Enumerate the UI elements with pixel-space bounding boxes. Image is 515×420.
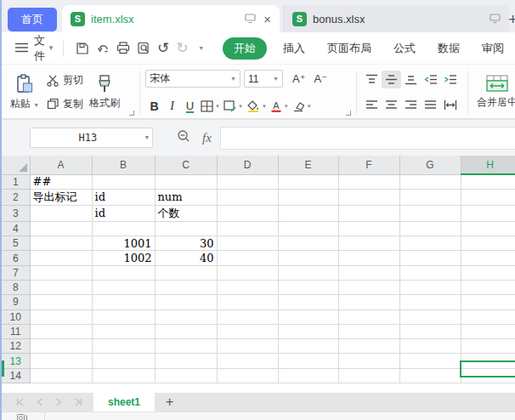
cell-H7[interactable] <box>461 265 515 280</box>
cell-A1[interactable]: ## <box>30 174 92 189</box>
row-header-4[interactable]: 4 <box>2 221 30 236</box>
cell-D3[interactable] <box>217 205 278 221</box>
cell-D9[interactable] <box>217 295 278 309</box>
cell-E7[interactable] <box>278 265 338 280</box>
cell-G3[interactable] <box>399 205 461 221</box>
sheet-tab-sheet1[interactable]: sheet1 <box>93 393 155 411</box>
cell-B7[interactable] <box>92 265 155 280</box>
column-header-H[interactable]: H <box>461 156 515 174</box>
cell-D5[interactable] <box>217 236 278 251</box>
cell-E11[interactable] <box>278 324 338 338</box>
cell-E2[interactable] <box>278 189 338 205</box>
formula-input[interactable] <box>220 127 515 150</box>
cell-A12[interactable] <box>30 339 92 354</box>
cell-A14[interactable] <box>30 368 92 383</box>
cell-A3[interactable] <box>30 205 92 221</box>
cell-D4[interactable] <box>217 221 278 236</box>
cell-H1[interactable] <box>461 174 515 189</box>
cell-G14[interactable] <box>399 368 461 383</box>
cell-C13[interactable] <box>155 354 217 368</box>
cell-H9[interactable] <box>461 295 515 309</box>
cell-H3[interactable] <box>461 205 515 221</box>
quick-access-more-button[interactable]: ▼ <box>195 39 207 58</box>
export-button[interactable] <box>96 39 110 58</box>
cell-G11[interactable] <box>399 324 461 338</box>
tab-bonus-xlsx[interactable]: S bonus.xlsx <box>283 5 509 32</box>
row-header-9[interactable]: 9 <box>2 295 30 309</box>
increase-indent-button[interactable] <box>440 71 460 88</box>
cell-A10[interactable] <box>30 309 92 324</box>
cell-F9[interactable] <box>338 295 399 309</box>
prev-sheet-icon[interactable] <box>37 398 43 406</box>
cell-H4[interactable] <box>461 221 515 236</box>
increase-font-button[interactable]: A⁺ <box>288 72 310 85</box>
cell-A8[interactable] <box>30 280 92 294</box>
cell-C8[interactable] <box>155 280 217 294</box>
shading-button[interactable]: ▼ <box>222 100 245 112</box>
fill-color-button[interactable]: ▼ <box>245 100 269 112</box>
cell-C14[interactable] <box>155 368 217 383</box>
ribbon-tab-insert[interactable]: 插入 <box>283 41 305 56</box>
row-header-5[interactable]: 5 <box>2 236 30 251</box>
row-header-10[interactable]: 10 <box>2 309 30 324</box>
merge-section[interactable]: 合并居中 <box>472 69 515 116</box>
cell-F3[interactable] <box>338 205 399 221</box>
column-header-C[interactable]: C <box>155 156 217 174</box>
cell-G12[interactable] <box>399 339 461 354</box>
cell-F7[interactable] <box>338 265 399 280</box>
column-header-F[interactable]: F <box>338 156 399 174</box>
cell-B10[interactable] <box>92 309 155 324</box>
cell-D2[interactable] <box>217 189 278 205</box>
cell-D6[interactable] <box>217 251 278 265</box>
cell-A11[interactable] <box>30 324 92 338</box>
cell-H5[interactable] <box>461 236 515 251</box>
format-painter-button[interactable]: 格式刷 <box>89 69 120 116</box>
cell-E1[interactable] <box>278 174 338 189</box>
cell-H2[interactable] <box>461 189 515 205</box>
valign-bottom-button[interactable] <box>401 71 421 88</box>
cell-F5[interactable] <box>338 236 399 251</box>
cell-B4[interactable] <box>92 221 155 236</box>
cut-button[interactable]: 剪切 <box>44 71 86 89</box>
monitor-icon[interactable] <box>245 14 256 24</box>
ribbon-tab-review[interactable]: 审阅 <box>482 41 504 56</box>
cell-D1[interactable] <box>217 174 278 189</box>
cell-A4[interactable] <box>30 221 92 236</box>
hamburger-icon[interactable] <box>15 41 28 56</box>
cell-G1[interactable] <box>399 174 461 189</box>
font-size-select[interactable]: 11 ▼ <box>244 70 283 88</box>
cell-D7[interactable] <box>217 265 278 280</box>
tab-item-xlsx[interactable]: S item.xlsx × <box>62 5 280 32</box>
font-color-button[interactable]: A ▼ <box>269 100 291 112</box>
undo-button[interactable]: ↺ <box>157 39 169 58</box>
cell-H11[interactable] <box>461 324 515 338</box>
cell-E13[interactable] <box>278 354 338 368</box>
cell-C1[interactable] <box>155 174 217 189</box>
last-sheet-icon[interactable] <box>74 398 82 406</box>
file-menu[interactable]: 文件 <box>34 33 45 64</box>
cell-G13[interactable] <box>399 354 461 368</box>
cell-B12[interactable] <box>92 339 155 354</box>
dialog-launcher[interactable] <box>129 111 134 116</box>
row-header-14[interactable]: 14 <box>2 368 30 383</box>
cell-E10[interactable] <box>278 309 338 324</box>
next-sheet-icon[interactable] <box>55 398 62 406</box>
valign-top-button[interactable] <box>362 71 382 88</box>
cell-E8[interactable] <box>278 280 338 294</box>
zoom-icon[interactable] <box>177 129 190 146</box>
save-button[interactable] <box>76 39 89 58</box>
cell-G9[interactable] <box>399 295 461 309</box>
ribbon-tab-home[interactable]: 开始 <box>223 37 267 60</box>
cell-H10[interactable] <box>461 309 515 324</box>
column-header-A[interactable]: A <box>30 156 92 174</box>
cell-D12[interactable] <box>217 339 278 354</box>
row-header-2[interactable]: 2 <box>2 189 30 205</box>
chevron-down-icon[interactable]: ▼ <box>48 44 54 52</box>
cell-C10[interactable] <box>155 309 217 324</box>
decrease-indent-button[interactable] <box>421 71 440 88</box>
cell-H8[interactable] <box>461 280 515 294</box>
cell-B13[interactable] <box>92 354 155 368</box>
ribbon-tab-page-layout[interactable]: 页面布局 <box>327 41 371 56</box>
column-header-B[interactable]: B <box>92 156 155 174</box>
font-name-select[interactable]: 宋体 ▼ <box>145 70 241 88</box>
